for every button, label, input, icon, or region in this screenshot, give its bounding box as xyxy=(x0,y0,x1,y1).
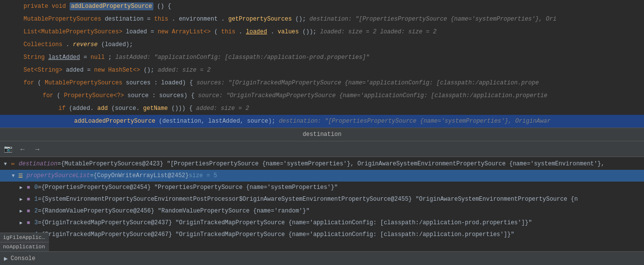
dot: . xyxy=(66,41,69,48)
paren-open: () { xyxy=(157,3,171,10)
tree-eq-psl: = xyxy=(90,172,94,179)
type-list: List<MutablePropertySources> xyxy=(24,28,123,35)
tree-item-0[interactable]: ▶ ■ 0 = {PropertiesPropertySource@2454} … xyxy=(0,182,644,193)
console-play-icon: ▶ xyxy=(4,255,8,263)
type-hashset: HashSet<> xyxy=(108,67,140,74)
expand-arrow-2: ▶ xyxy=(18,208,25,214)
tooltip-bar: destination xyxy=(0,128,644,141)
tree-val-4: {OriginTrackedMapPropertySource@2467} "O… xyxy=(41,231,514,238)
code-line-9: if (added. add (source. getName ())) { a… xyxy=(0,102,644,115)
expand-arrow-psl: ▼ xyxy=(10,173,17,179)
type-string: String xyxy=(24,54,45,61)
kw-for: for xyxy=(24,80,38,86)
tree-eq-1: = xyxy=(38,196,41,203)
code-line-1: private void addLoadedPropertySource () … xyxy=(0,0,644,13)
eq: = xyxy=(150,28,157,35)
kw-this2: this xyxy=(221,28,235,35)
tree-item-2[interactable]: ▶ ■ 2 = {RandomValuePropertySource@2456}… xyxy=(0,205,644,217)
p: (destination, lastAdded, source); xyxy=(159,118,279,125)
tree-val-destination: {MutablePropertySources@2423} "[Properti… xyxy=(61,160,604,167)
tree-eq-2: = xyxy=(38,208,41,214)
tree-item-destination[interactable]: ▼ ∞ destination = {MutablePropertySource… xyxy=(0,158,644,170)
code-content-4: Collections . reverse (loaded); xyxy=(24,38,640,51)
p2: ()); xyxy=(302,28,320,35)
dot2: . xyxy=(271,28,274,35)
tree-val-2: {RandomValuePropertySource@2456} "Random… xyxy=(41,208,309,214)
p2: (source. xyxy=(111,105,140,112)
tree-item-4[interactable]: ▶ ■ 4 = {OriginTrackedMapPropertySource@… xyxy=(0,229,644,240)
tree-val-3: {OriginTrackedMapPropertySource@2437} "O… xyxy=(41,219,532,226)
code-line-8: for ( PropertySource<?> source : sources… xyxy=(0,89,644,102)
camera-icon: 📷 xyxy=(4,145,12,153)
code-content-7: for ( MutablePropertySources sources : l… xyxy=(24,77,640,89)
method-highlight: addLoadedPropertySource xyxy=(70,2,154,10)
tree-eq-0: = xyxy=(38,184,41,191)
tree-index-2: 2 xyxy=(34,208,38,214)
debug-panel: 📷 ← → ▼ ∞ destination = {MutableProperty… xyxy=(0,141,644,265)
debug-val-6: added: size = 2 xyxy=(158,67,211,74)
tree-item-1[interactable]: ▶ ■ 1 = {SystemEnvironmentPropertySource… xyxy=(0,193,644,205)
parens: (); xyxy=(296,16,310,23)
tree-val-0: {PropertiesPropertySource@2454} "Propert… xyxy=(41,184,338,191)
sc: ; xyxy=(108,54,115,61)
debug-val-8: source: "OriginTrackedMapPropertySource … xyxy=(198,92,547,99)
p3: ())) { xyxy=(172,105,196,112)
code-editor: private void addLoadedPropertySource () … xyxy=(0,0,644,128)
method-values: values xyxy=(278,28,299,35)
tree-name-destination: destination xyxy=(19,160,57,167)
code-content-10: addLoadedPropertySource (destination, la… xyxy=(24,115,640,128)
tree-index-3: 3 xyxy=(34,219,38,226)
method-get: getPropertySources xyxy=(228,16,292,23)
tree-name-psl: propertySourceList xyxy=(26,172,90,179)
kw-null: null xyxy=(91,54,105,61)
code-content-3: List<MutablePropertySources> loaded = ne… xyxy=(24,26,640,38)
debug-val-10: destination: "[PropertiesPropertySource … xyxy=(279,118,551,125)
dot1: . xyxy=(172,16,175,23)
expand-arrow-destination: ▼ xyxy=(2,161,9,167)
type-mps2: MutablePropertySources xyxy=(45,80,122,86)
method-addloaded: addLoadedPropertySource xyxy=(74,118,155,125)
sidebar-label-igfile[interactable]: igFileApplication xyxy=(0,233,49,242)
tree-eq-3: = xyxy=(38,219,41,226)
kw-new: new xyxy=(158,28,172,35)
forward-button[interactable]: → xyxy=(31,144,44,154)
field-icon-3: ■ xyxy=(25,219,32,227)
sp: added xyxy=(66,67,87,74)
back-button[interactable]: ← xyxy=(16,144,29,154)
tooltip-text: destination xyxy=(302,131,341,138)
code-content-6: Set<String> added = new HashSet<> (); ad… xyxy=(24,64,640,77)
code-line-4: Collections . reverse (loaded); xyxy=(0,38,644,51)
debug-val-2: destination: "[PropertiesPropertySource … xyxy=(309,16,556,23)
type-arraylist: ArrayList<> xyxy=(172,28,210,35)
keyword-private: private xyxy=(24,3,52,10)
type-set: Set<String> xyxy=(24,67,62,74)
code-content-2: MutablePropertySources destination = thi… xyxy=(24,13,640,26)
code-line-10: addLoadedPropertySource (destination, la… xyxy=(0,115,644,128)
code-line-2: MutablePropertySources destination = thi… xyxy=(0,13,644,26)
expand-arrow-1: ▶ xyxy=(18,196,25,202)
p: ( xyxy=(214,28,218,35)
field-icon-1: ■ xyxy=(25,195,32,203)
code-content-1: private void addLoadedPropertySource () … xyxy=(24,0,640,13)
tree-item-propertysourcelist[interactable]: ▼ ☰ propertySourceList = {CopyOnWriteArr… xyxy=(0,170,644,182)
expand-arrow-0: ▶ xyxy=(18,185,25,190)
p: (); xyxy=(144,67,158,74)
var-destination: destination xyxy=(105,16,147,23)
tree-val-1: {SystemEnvironmentPropertySourceEnvironm… xyxy=(41,196,578,203)
sidebar-bottom: igFileApplication noApplication xyxy=(0,233,49,251)
tree-item-3[interactable]: ▶ ■ 3 = {OriginTrackedMapPropertySource@… xyxy=(0,217,644,229)
sidebar-label-noapplication[interactable]: noApplication xyxy=(0,242,49,251)
tree-size-psl: size = 5 xyxy=(189,172,217,179)
kw-this: this xyxy=(154,16,168,23)
method-getname: getName xyxy=(143,105,168,112)
field-icon-0: ■ xyxy=(25,184,32,191)
debug-val-5: lastAdded: "applicationConfig: [classpat… xyxy=(115,54,369,61)
debug-tree: ▼ ∞ destination = {MutablePropertySource… xyxy=(0,157,644,265)
sp: loaded xyxy=(126,28,150,35)
p: (loaded); xyxy=(101,41,133,48)
code-content-8: for ( PropertySource<?> source : sources… xyxy=(24,89,640,102)
expand-arrow-3: ▶ xyxy=(18,220,25,226)
console-bar[interactable]: ▶ Console xyxy=(0,251,644,265)
var-lastadded: lastAdded xyxy=(48,54,80,61)
field-loaded: loaded xyxy=(246,28,267,35)
